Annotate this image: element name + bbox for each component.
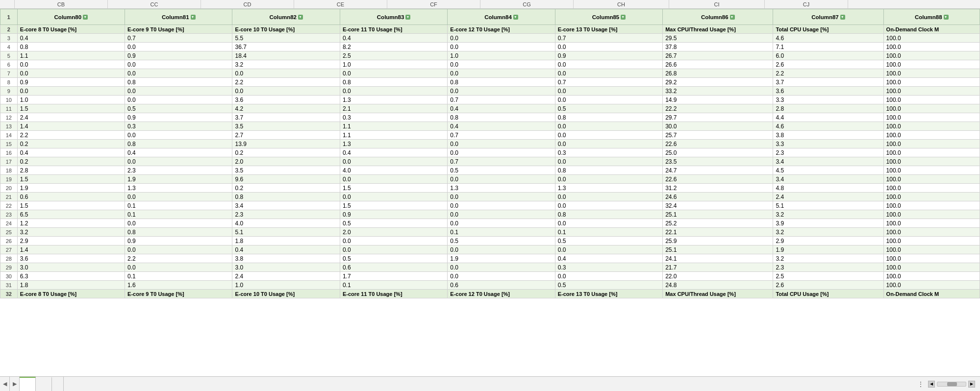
data-cell[interactable]: 2.3 bbox=[773, 148, 883, 157]
col-header-4[interactable]: Column84 bbox=[448, 9, 555, 25]
data-cell[interactable]: 21.7 bbox=[663, 263, 773, 272]
data-cell[interactable]: 25.2 bbox=[663, 219, 773, 228]
data-cell[interactable]: 23.5 bbox=[663, 157, 773, 166]
data-cell[interactable]: 0.0 bbox=[555, 272, 662, 281]
data-cell[interactable]: 2.0 bbox=[340, 228, 447, 237]
data-cell[interactable]: 26.7 bbox=[663, 51, 773, 60]
data-cell[interactable]: 0.6 bbox=[17, 193, 125, 201]
data-cell[interactable]: 26.6 bbox=[663, 60, 773, 69]
data-cell[interactable]: 0.4 bbox=[555, 254, 662, 263]
data-cell[interactable]: 30.0 bbox=[663, 122, 773, 131]
data-cell[interactable]: 100.0 bbox=[883, 113, 980, 122]
data-cell[interactable]: 100.0 bbox=[883, 193, 980, 201]
data-cell[interactable]: 0.0 bbox=[125, 87, 232, 96]
data-cell[interactable]: 100.0 bbox=[883, 157, 980, 166]
data-cell[interactable]: 100.0 bbox=[883, 104, 980, 113]
data-cell[interactable]: 0.5 bbox=[125, 104, 232, 113]
data-cell[interactable]: 0.8 bbox=[17, 43, 125, 51]
data-cell[interactable]: 1.5 bbox=[17, 201, 125, 210]
data-cell[interactable]: 1.6 bbox=[125, 281, 232, 290]
data-cell[interactable]: 1.5 bbox=[17, 104, 125, 113]
data-cell[interactable]: 3.4 bbox=[773, 157, 883, 166]
data-cell[interactable]: 6.3 bbox=[17, 272, 125, 281]
data-cell[interactable]: 3.6 bbox=[232, 96, 340, 104]
data-cell[interactable]: 0.1 bbox=[125, 210, 232, 219]
prev-sheet-button[interactable]: ◀ bbox=[0, 377, 10, 391]
data-cell[interactable]: 29.5 bbox=[663, 34, 773, 43]
data-cell[interactable]: 0.3 bbox=[125, 122, 232, 131]
data-cell[interactable]: 0.1 bbox=[448, 228, 555, 237]
data-cell[interactable]: 0.4 bbox=[340, 148, 447, 157]
data-cell[interactable]: 0.4 bbox=[232, 245, 340, 254]
data-cell[interactable]: 29.2 bbox=[663, 78, 773, 87]
data-cell[interactable]: 4.8 bbox=[773, 184, 883, 193]
data-cell[interactable]: 2.6 bbox=[773, 281, 883, 290]
data-cell[interactable]: 0.7 bbox=[448, 131, 555, 140]
data-cell[interactable]: 0.0 bbox=[232, 87, 340, 96]
data-cell[interactable]: 22.2 bbox=[663, 104, 773, 113]
data-cell[interactable]: 0.0 bbox=[448, 245, 555, 254]
data-cell[interactable]: 2.2 bbox=[773, 69, 883, 78]
data-cell[interactable]: 1.9 bbox=[125, 175, 232, 184]
data-cell[interactable]: 1.0 bbox=[448, 51, 555, 60]
data-cell[interactable]: 0.5 bbox=[340, 219, 447, 228]
sort-icon-0[interactable] bbox=[83, 15, 88, 20]
col-header-2[interactable]: Column82 bbox=[232, 9, 340, 25]
data-cell[interactable]: 0.0 bbox=[125, 263, 232, 272]
data-cell[interactable]: 2.5 bbox=[773, 272, 883, 281]
data-cell[interactable]: 1.9 bbox=[448, 254, 555, 263]
data-cell[interactable]: 100.0 bbox=[883, 69, 980, 78]
data-cell[interactable]: 0.8 bbox=[125, 140, 232, 148]
data-cell[interactable]: 32.4 bbox=[663, 201, 773, 210]
data-cell[interactable]: 0.0 bbox=[448, 43, 555, 51]
data-cell[interactable]: 25.7 bbox=[663, 131, 773, 140]
data-cell[interactable]: 100.0 bbox=[883, 96, 980, 104]
data-cell[interactable]: 100.0 bbox=[883, 166, 980, 175]
data-cell[interactable]: 0.8 bbox=[340, 78, 447, 87]
data-cell[interactable]: 33.2 bbox=[663, 87, 773, 96]
data-cell[interactable]: 3.7 bbox=[773, 78, 883, 87]
data-cell[interactable]: 0.7 bbox=[555, 78, 662, 87]
data-cell[interactable]: 22.1 bbox=[663, 228, 773, 237]
data-cell[interactable]: 7.1 bbox=[773, 43, 883, 51]
data-cell[interactable]: 13.9 bbox=[232, 140, 340, 148]
data-cell[interactable]: 0.8 bbox=[125, 78, 232, 87]
data-cell[interactable]: 0.0 bbox=[555, 201, 662, 210]
data-cell[interactable]: 25.9 bbox=[663, 237, 773, 245]
data-cell[interactable]: 100.0 bbox=[883, 51, 980, 60]
data-cell[interactable]: 4.2 bbox=[232, 104, 340, 113]
data-cell[interactable]: 100.0 bbox=[883, 78, 980, 87]
scroll-track[interactable] bbox=[937, 382, 966, 387]
data-cell[interactable]: 0.9 bbox=[17, 78, 125, 87]
data-cell[interactable]: 100.0 bbox=[883, 272, 980, 281]
data-cell[interactable]: 2.2 bbox=[125, 254, 232, 263]
data-cell[interactable]: 3.4 bbox=[773, 175, 883, 184]
next-sheet-button[interactable]: ▶ bbox=[10, 377, 20, 391]
data-cell[interactable]: 1.1 bbox=[340, 131, 447, 140]
data-cell[interactable]: 0.9 bbox=[340, 210, 447, 219]
data-cell[interactable]: 4.6 bbox=[773, 34, 883, 43]
col-header-1[interactable]: Column81 bbox=[125, 9, 232, 25]
data-cell[interactable]: 3.5 bbox=[232, 166, 340, 175]
data-cell[interactable]: 1.3 bbox=[448, 184, 555, 193]
data-cell[interactable]: 0.8 bbox=[555, 113, 662, 122]
data-cell[interactable]: 100.0 bbox=[883, 228, 980, 237]
data-cell[interactable]: 0.0 bbox=[125, 245, 232, 254]
data-cell[interactable]: 0.4 bbox=[448, 104, 555, 113]
data-cell[interactable]: 0.6 bbox=[340, 263, 447, 272]
data-cell[interactable]: 2.4 bbox=[17, 113, 125, 122]
sort-icon-5[interactable] bbox=[621, 15, 626, 20]
data-cell[interactable]: 1.8 bbox=[232, 237, 340, 245]
data-cell[interactable]: 0.0 bbox=[340, 237, 447, 245]
data-cell[interactable]: 5.1 bbox=[232, 228, 340, 237]
col-header-8[interactable]: Column88 bbox=[883, 9, 980, 25]
data-cell[interactable]: 25.1 bbox=[663, 245, 773, 254]
data-cell[interactable]: 6.5 bbox=[17, 210, 125, 219]
data-cell[interactable]: 0.2 bbox=[232, 184, 340, 193]
data-cell[interactable]: 2.1 bbox=[340, 104, 447, 113]
data-cell[interactable]: 0.5 bbox=[340, 254, 447, 263]
data-cell[interactable]: 0.0 bbox=[448, 193, 555, 201]
data-cell[interactable]: 4.4 bbox=[773, 113, 883, 122]
col-header-3[interactable]: Column83 bbox=[340, 9, 447, 25]
data-cell[interactable]: 1.4 bbox=[17, 245, 125, 254]
